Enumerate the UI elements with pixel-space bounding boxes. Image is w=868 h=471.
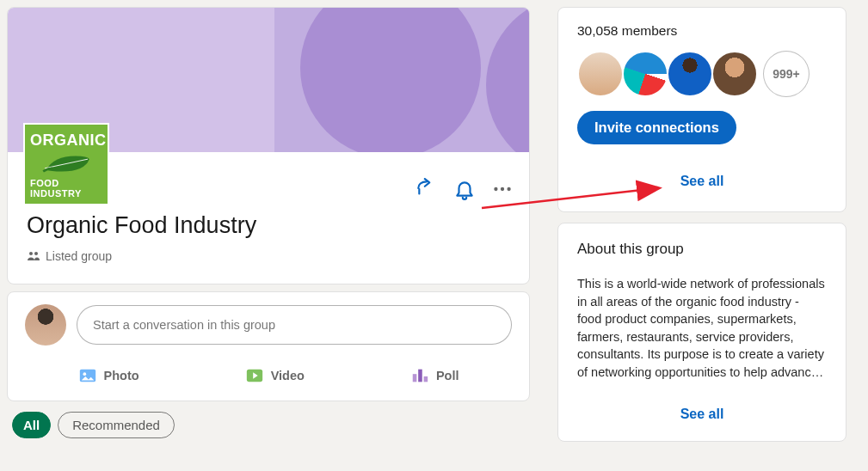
svg-point-6	[83, 372, 86, 376]
svg-point-2	[507, 187, 510, 191]
members-count: 30,058 members	[577, 23, 827, 39]
svg-point-3	[29, 252, 33, 255]
svg-point-1	[501, 187, 504, 191]
group-title: Organic Food Industry	[27, 212, 510, 239]
poll-icon	[410, 366, 429, 385]
logo-text-top: ORGANIC	[25, 125, 108, 150]
group-header-card: ORGANIC FOOD INDUSTRY	[7, 7, 530, 284]
members-card: 30,058 members 999+ Invite connections S…	[557, 7, 846, 212]
group-logo[interactable]: ORGANIC FOOD INDUSTRY	[23, 123, 109, 205]
svg-point-4	[34, 252, 38, 255]
member-overflow-count[interactable]: 999+	[763, 51, 810, 97]
leaf-icon	[37, 153, 95, 174]
bell-icon[interactable]	[453, 178, 476, 200]
invite-connections-button[interactable]: Invite connections	[577, 111, 736, 144]
chip-recommended[interactable]: Recommended	[58, 412, 175, 438]
members-see-all-link[interactable]: See all	[577, 167, 827, 196]
member-avatar[interactable]	[577, 51, 624, 97]
video-icon	[245, 366, 264, 385]
photo-option[interactable]: Photo	[70, 359, 148, 392]
people-icon	[27, 249, 40, 263]
video-option[interactable]: Video	[237, 359, 313, 392]
feed-filter-chips: All Recommended	[7, 408, 530, 438]
svg-point-0	[494, 187, 497, 191]
chip-all[interactable]: All	[12, 412, 51, 438]
photo-icon	[78, 366, 97, 385]
more-icon[interactable]	[491, 178, 514, 200]
member-avatar[interactable]	[667, 51, 713, 97]
member-avatar[interactable]	[622, 51, 668, 97]
svg-rect-10	[423, 376, 428, 382]
about-text: This is a world-wide network of professi…	[577, 275, 827, 381]
member-facepile: 999+	[577, 51, 827, 97]
member-avatar[interactable]	[711, 51, 758, 97]
about-see-all-link[interactable]: See all	[577, 400, 827, 429]
about-title: About this group	[577, 241, 827, 258]
listed-label: Listed group	[46, 249, 112, 263]
poll-option[interactable]: Poll	[402, 359, 468, 392]
svg-rect-9	[418, 370, 422, 382]
start-post-input[interactable]: Start a conversation in this group	[77, 305, 512, 345]
user-avatar[interactable]	[25, 304, 66, 346]
about-card: About this group This is a world-wide ne…	[557, 223, 846, 442]
share-icon[interactable]	[416, 178, 438, 200]
group-meta: Listed group	[27, 249, 510, 263]
svg-rect-8	[413, 374, 417, 382]
logo-text-bottom: FOOD INDUSTRY	[25, 178, 108, 204]
post-box-card: Start a conversation in this group Photo	[7, 291, 530, 401]
